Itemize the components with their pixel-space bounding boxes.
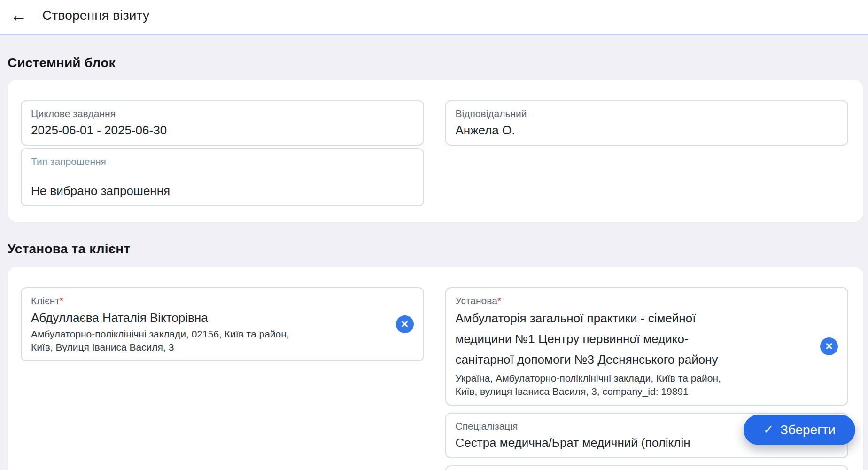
participants-field[interactable]: Учасники [445, 465, 849, 470]
required-asterisk: * [60, 295, 63, 306]
client-label: Клієнт* [31, 294, 414, 307]
client-block-card: Клієнт* Абдуллаєва Наталія Вікторівна Ам… [8, 267, 863, 470]
client-left-column: Клієнт* Абдуллаєва Наталія Вікторівна Ам… [21, 287, 424, 361]
cycle-task-field[interactable]: Циклове завдання 2025-06-01 - 2025-06-30 [21, 100, 424, 146]
system-left-column: Циклове завдання 2025-06-01 - 2025-06-30… [21, 100, 424, 206]
section-title-system: Системний блок [8, 55, 863, 70]
system-right-column: Відповідальний Анжела О. [445, 100, 849, 146]
client-name: Абдуллаєва Наталія Вікторівна [31, 310, 414, 326]
required-asterisk: * [497, 295, 501, 306]
institution-clear-icon[interactable]: ✕ [820, 337, 838, 355]
save-button-label: Зберегти [780, 423, 836, 438]
invitation-type-field[interactable]: Тип запрошення Не вибрано запрошення [21, 148, 424, 206]
invitation-type-label: Тип запрошення [31, 155, 414, 168]
client-field[interactable]: Клієнт* Абдуллаєва Наталія Вікторівна Ам… [21, 287, 424, 361]
institution-field[interactable]: Установа* Амбулаторія загальної практики… [445, 287, 849, 406]
back-arrow-icon[interactable]: ← [10, 7, 31, 24]
responsible-value: Анжела О. [456, 122, 838, 138]
invitation-type-value: Не вибрано запрошення [31, 183, 414, 199]
cycle-task-value: 2025-06-01 - 2025-06-30 [31, 122, 414, 138]
client-clear-icon[interactable]: ✕ [396, 315, 414, 333]
responsible-label: Відповідальний [456, 107, 838, 120]
page-header: ← Створення візиту [0, 0, 868, 35]
institution-address: Україна, Амбулаторно-поліклінічні заклад… [456, 372, 838, 398]
section-title-client: Установа та клієнт [8, 242, 863, 257]
cycle-task-label: Циклове завдання [31, 107, 414, 120]
responsible-field[interactable]: Відповідальний Анжела О. [445, 100, 849, 146]
client-address: Амбулаторно-поліклінічні заклади, 02156,… [31, 328, 414, 354]
form-body: Системний блок Циклове завдання 2025-06-… [0, 55, 868, 470]
save-button[interactable]: ✓ Зберегти [744, 415, 855, 445]
institution-name: Амбулаторія загальної практики - сімейно… [456, 308, 838, 370]
institution-label: Установа* [456, 294, 838, 307]
page-title: Створення візиту [42, 8, 149, 23]
check-icon: ✓ [763, 423, 774, 437]
system-block-card: Циклове завдання 2025-06-01 - 2025-06-30… [8, 80, 863, 222]
